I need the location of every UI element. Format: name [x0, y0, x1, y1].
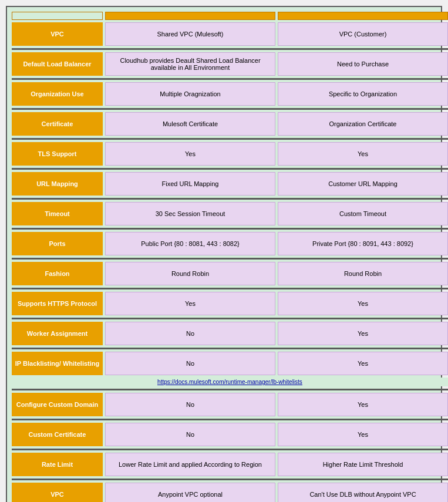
row-label-5: URL Mapping: [12, 172, 103, 196]
header-empty: [12, 12, 103, 20]
comparison-table: VPCShared VPC (Mulesoft)VPC (Customer)De…: [6, 6, 442, 502]
whitelist-link[interactable]: https://docs.mulesoft.com/runtime-manage…: [157, 379, 302, 385]
dedicated-cell-5: Customer URL Mapping: [278, 172, 448, 196]
dedicated-cell-12: Yes: [278, 393, 448, 416]
row-label-10: Worker Assignment: [12, 322, 103, 345]
shared-cell-15: Anypoint VPC optional: [105, 483, 275, 502]
dedicated-cell-10: Yes: [278, 322, 448, 345]
dedicated-cell-13: Yes: [278, 423, 448, 446]
row-label-15: VPC: [12, 483, 103, 502]
shared-cell-9: Yes: [105, 292, 275, 315]
header-dedicated: [278, 12, 448, 20]
dedicated-cell-8: Round Robin: [278, 262, 448, 285]
shared-cell-2: Multiple Oragnization: [105, 82, 275, 106]
shared-cell-3: Mulesoft Certificate: [105, 112, 275, 136]
row-label-9: Supports HTTPS Protocol: [12, 292, 103, 315]
row-label-4: TLS Support: [12, 142, 103, 166]
dedicated-cell-11: Yes: [278, 352, 448, 375]
shared-cell-10: No: [105, 322, 275, 345]
shared-cell-14: Lower Rate Limit and applied According t…: [105, 453, 275, 476]
row-label-14: Rate Limit: [12, 453, 103, 476]
row-label-13: Custom Certificate: [12, 423, 103, 446]
dedicated-cell-0: VPC (Customer): [278, 22, 448, 46]
dedicated-cell-14: Higher Rate Limit Threshold: [278, 453, 448, 476]
row-label-8: Fashion: [12, 262, 103, 285]
link-row-11[interactable]: https://docs.mulesoft.com/runtime-manage…: [12, 378, 448, 386]
dedicated-cell-9: Yes: [278, 292, 448, 315]
row-label-0: VPC: [12, 22, 103, 46]
shared-cell-12: No: [105, 393, 275, 416]
row-label-6: Timeout: [12, 202, 103, 225]
dedicated-cell-4: Yes: [278, 142, 448, 166]
dedicated-cell-7: Private Port {80 : 8091, 443 : 8092}: [278, 232, 448, 255]
shared-cell-8: Round Robin: [105, 262, 275, 285]
header-shared: [105, 12, 275, 20]
shared-cell-13: No: [105, 423, 275, 446]
row-label-2: Organization Use: [12, 82, 103, 106]
row-label-11: IP Blacklisting/ Whitelisting: [12, 352, 103, 375]
shared-cell-6: 30 Sec Session Timeout: [105, 202, 275, 225]
shared-cell-4: Yes: [105, 142, 275, 166]
row-label-12: Configure Custom Domain: [12, 393, 103, 416]
row-label-1: Default Load Balancer: [12, 52, 103, 76]
dedicated-cell-1: Need to Purchase: [278, 52, 448, 76]
dedicated-cell-6: Custom Timeout: [278, 202, 448, 225]
row-label-7: Ports: [12, 232, 103, 255]
dedicated-cell-3: Organization Certificate: [278, 112, 448, 136]
shared-cell-11: No: [105, 352, 275, 375]
table-grid: [12, 12, 436, 20]
dedicated-cell-15: Can't Use DLB without Anypoint VPC: [278, 483, 448, 502]
table-body: VPCShared VPC (Mulesoft)VPC (Customer)De…: [12, 22, 436, 502]
shared-cell-7: Public Port {80 : 8081, 443 : 8082}: [105, 232, 275, 255]
dedicated-cell-2: Specific to Organization: [278, 82, 448, 106]
shared-cell-5: Fixed URL Mapping: [105, 172, 275, 196]
shared-cell-0: Shared VPC (Mulesoft): [105, 22, 275, 46]
row-label-3: Certificate: [12, 112, 103, 136]
shared-cell-1: Cloudhub provides Deault Shared Load Bal…: [105, 52, 275, 76]
